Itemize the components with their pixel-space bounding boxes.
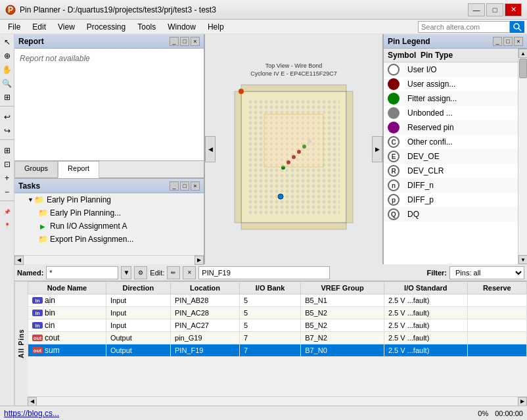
table-hscroll[interactable]: ◀ ▶ [28, 396, 527, 406]
legend-label-fitter-assign: Fitter assign... [407, 94, 457, 103]
cell-node-name: in cin [28, 319, 106, 332]
task-item-export[interactable]: 📁 Export Pin Assignmen... [14, 233, 204, 246]
menu-edit[interactable]: Edit [27, 21, 51, 33]
menu-help[interactable]: Help [202, 21, 229, 33]
legend-symbol-user-assign [388, 78, 400, 90]
menu-processing[interactable]: Processing [81, 21, 131, 33]
minimize-button[interactable]: — [468, 3, 485, 16]
legend-row-user-io: User I/O [384, 62, 518, 77]
maximize-button[interactable]: □ [486, 3, 503, 16]
edit-close-btn[interactable]: × [183, 266, 196, 279]
tool-zoomout[interactable]: − [1, 185, 14, 198]
search-button[interactable] [510, 21, 524, 33]
tool-cursor[interactable]: ↖ [1, 35, 14, 49]
filter-dropdown[interactable]: Pins: all Pins: assigned Pins: unassigne… [449, 266, 524, 279]
cell-direction: Output [106, 344, 170, 357]
edit-label: Edit: [150, 269, 164, 277]
table-row[interactable]: out cout Output pin_G19 7 B7_N2 2.5 V ..… [28, 332, 527, 344]
edit-input[interactable] [198, 266, 330, 279]
cell-standard: 2.5 V ...fault) [384, 332, 467, 344]
tasks-maximize-btn[interactable]: □ [180, 181, 189, 191]
tasks-scroll-left[interactable]: ◀ [14, 256, 24, 265]
diagram-right-btn[interactable]: ▶ [372, 136, 382, 162]
cell-direction: Output [106, 332, 170, 344]
tool-zoom[interactable]: 🔍 [1, 77, 14, 90]
named-dropdown-btn[interactable]: ▼ [121, 266, 131, 279]
svg-rect-6 [241, 223, 346, 229]
legend-minimize-btn[interactable]: _ [493, 37, 502, 46]
filter-right: Filter: Pins: all Pins: assigned Pins: u… [426, 266, 524, 279]
legend-scroll-down[interactable]: ▼ [518, 255, 527, 264]
search-input[interactable] [418, 21, 510, 33]
task-item-early-pin-planning[interactable]: ▼ 📁 Early Pin Planning [14, 193, 204, 206]
pin-table: Node Name Direction Location I/O Bank VR… [28, 281, 527, 357]
tab-groups[interactable]: Groups [14, 161, 58, 177]
col-io-standard: I/O Standard [384, 282, 467, 294]
close-button[interactable]: ✕ [505, 3, 522, 16]
node-badge-in: in [32, 322, 43, 329]
menu-tools[interactable]: Tools [132, 21, 161, 33]
tool-grid[interactable]: ⊞ [1, 144, 14, 157]
legend-vscroll[interactable]: ▲ ▼ [518, 49, 527, 264]
report-not-available: Report not available [20, 54, 90, 63]
tasks-minimize-btn[interactable]: _ [170, 181, 179, 191]
statusbar-url[interactable]: https://blog.cs... [4, 409, 59, 418]
table-scroll-left[interactable]: ◀ [28, 397, 37, 406]
table-row[interactable]: out sum Output PIN_F19 7 B7_N0 2.5 V ...… [28, 344, 527, 357]
pin-table-wrapper[interactable]: Node Name Direction Location I/O Bank VR… [28, 281, 527, 396]
table-scroll-right[interactable]: ▶ [518, 397, 527, 406]
task-item-run-io[interactable]: ▶ Run I/O Assignment A [14, 220, 204, 233]
table-row[interactable]: in cin Input PIN_AC27 5 B5_N2 2.5 V ...f… [28, 319, 527, 332]
tab-report[interactable]: Report [58, 161, 99, 178]
legend-symbol-diff-p: p [388, 194, 400, 206]
tasks-panel: Tasks _ □ × ▼ 📁 Early Pin [14, 179, 204, 264]
tool-zoomin[interactable]: + [1, 172, 14, 185]
statusbar-zoom: 0% [478, 409, 488, 417]
menu-view[interactable]: View [53, 21, 80, 33]
cell-direction: Input [106, 294, 170, 307]
edit-icon-btn[interactable]: ✏ [167, 266, 180, 279]
statusbar-time: 00:00:00 [495, 409, 523, 417]
export-folder-icon: 📁 [38, 235, 47, 244]
legend-symbol-dev-oe: E [388, 151, 400, 162]
filter-bar: Named: ▼ ⚙ Edit: ✏ × Filter: Pins: all P… [14, 264, 527, 281]
svg-rect-17 [264, 114, 323, 167]
menu-file[interactable]: File [3, 21, 26, 33]
table-row[interactable]: in bin Input PIN_AC28 5 B5_N2 2.5 V ...f… [28, 307, 527, 319]
legend-label-dev-clr: DEV_CLR [407, 166, 444, 175]
legend-row-dev-oe: E DEV_OE [384, 149, 518, 164]
legend-col-symbol: Symbol [388, 51, 421, 60]
report-minimize-btn[interactable]: _ [170, 37, 179, 46]
tool-redo[interactable]: ↪ [1, 124, 14, 137]
menu-window[interactable]: Window [162, 21, 201, 33]
diagram-left-btn[interactable]: ◀ [205, 136, 216, 162]
tool-select[interactable]: ⊕ [1, 49, 14, 62]
tasks-hscroll[interactable]: ◀ ▶ [14, 255, 204, 264]
legend-symbol-unbonded [388, 107, 400, 119]
tasks-close-btn[interactable]: × [191, 181, 200, 191]
table-header-row: Node Name Direction Location I/O Bank VR… [28, 282, 527, 294]
cell-bank: 7 [240, 344, 301, 357]
legend-symbol-dev-clr: R [388, 165, 400, 177]
legend-maximize-btn[interactable]: □ [503, 37, 513, 46]
legend-symbol-fitter-assign [388, 93, 400, 105]
table-row[interactable]: in ain Input PIN_AB28 5 B5_N1 2.5 V ...f… [28, 294, 527, 307]
node-badge-out: out [32, 347, 43, 354]
legend-close-btn[interactable]: × [514, 37, 523, 46]
tasks-scroll-right[interactable]: ▶ [195, 256, 204, 265]
tool-pin1[interactable]: 📌 [1, 205, 14, 218]
legend-row-dev-clr: R DEV_CLR [384, 164, 518, 178]
tool-fit[interactable]: ⊡ [1, 158, 14, 171]
legend-row-unbonded: Unbonded ... [384, 106, 518, 120]
tool-route[interactable]: ⊞ [1, 91, 14, 104]
task-item-early-pin-planning-sub[interactable]: 📁 Early Pin Planning... [14, 206, 204, 220]
legend-scroll-up[interactable]: ▲ [518, 49, 527, 58]
tool-pin2[interactable]: 📍 [1, 219, 14, 232]
report-maximize-btn[interactable]: □ [180, 37, 189, 46]
named-options-btn[interactable]: ⚙ [134, 266, 147, 279]
named-input[interactable] [46, 266, 118, 279]
report-panel-header: Report _ □ × [14, 34, 204, 49]
tool-undo[interactable]: ↩ [1, 110, 14, 124]
report-close-btn[interactable]: × [191, 37, 200, 46]
tool-hand[interactable]: ✋ [1, 63, 14, 76]
